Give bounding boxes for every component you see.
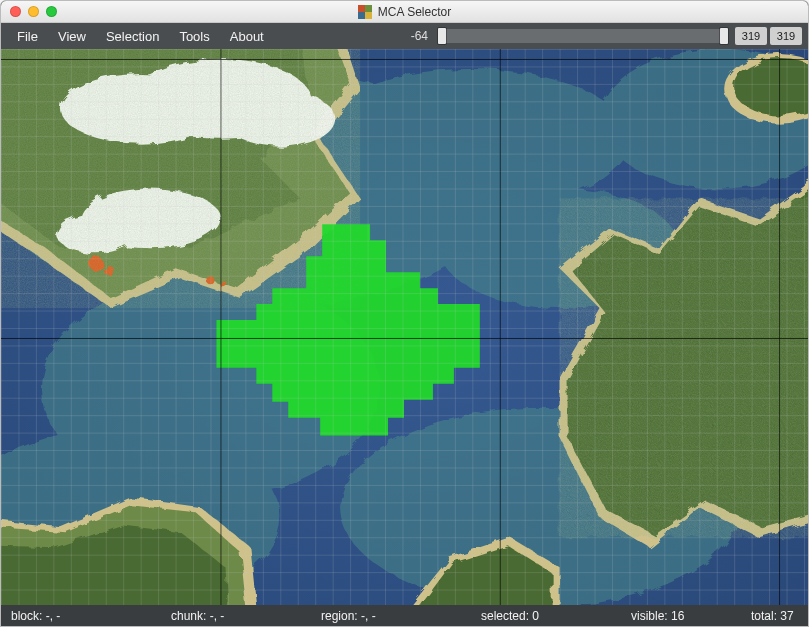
app-window: MCA Selector File View Selection Tools A… bbox=[0, 0, 809, 627]
status-chunk: chunk: -, - bbox=[161, 609, 311, 623]
maximize-icon[interactable] bbox=[46, 6, 57, 17]
status-selected: selected: 0 bbox=[471, 609, 621, 623]
titlebar: MCA Selector bbox=[1, 1, 808, 23]
status-total: total: 37 bbox=[741, 609, 808, 623]
map-canvas bbox=[1, 49, 808, 605]
height-range-handle-hi[interactable] bbox=[720, 28, 728, 44]
height-range-value: -64 bbox=[405, 29, 434, 43]
menubar: File View Selection Tools About -64 319 … bbox=[1, 23, 808, 49]
svg-rect-2 bbox=[358, 12, 365, 19]
minimize-icon[interactable] bbox=[28, 6, 39, 17]
mca-selector-icon bbox=[358, 5, 372, 19]
close-icon[interactable] bbox=[10, 6, 21, 17]
svg-rect-3 bbox=[365, 12, 372, 19]
map-viewport[interactable] bbox=[1, 49, 808, 605]
region-grid-overlay bbox=[1, 49, 808, 605]
svg-rect-0 bbox=[358, 5, 365, 12]
height-range-readout-2: 319 bbox=[770, 27, 802, 45]
menu-file[interactable]: File bbox=[7, 26, 48, 47]
menu-about[interactable]: About bbox=[220, 26, 274, 47]
menu-selection[interactable]: Selection bbox=[96, 26, 169, 47]
height-range-slider[interactable] bbox=[438, 29, 728, 43]
statusbar: block: -, - chunk: -, - region: -, - sel… bbox=[1, 605, 808, 626]
status-block: block: -, - bbox=[1, 609, 161, 623]
height-range-handle-lo[interactable] bbox=[438, 28, 446, 44]
status-visible: visible: 16 bbox=[621, 609, 741, 623]
menu-view[interactable]: View bbox=[48, 26, 96, 47]
menu-tools[interactable]: Tools bbox=[169, 26, 219, 47]
svg-rect-1 bbox=[365, 5, 372, 12]
height-range-readout-1: 319 bbox=[735, 27, 767, 45]
status-region: region: -, - bbox=[311, 609, 471, 623]
window-title: MCA Selector bbox=[378, 5, 451, 19]
